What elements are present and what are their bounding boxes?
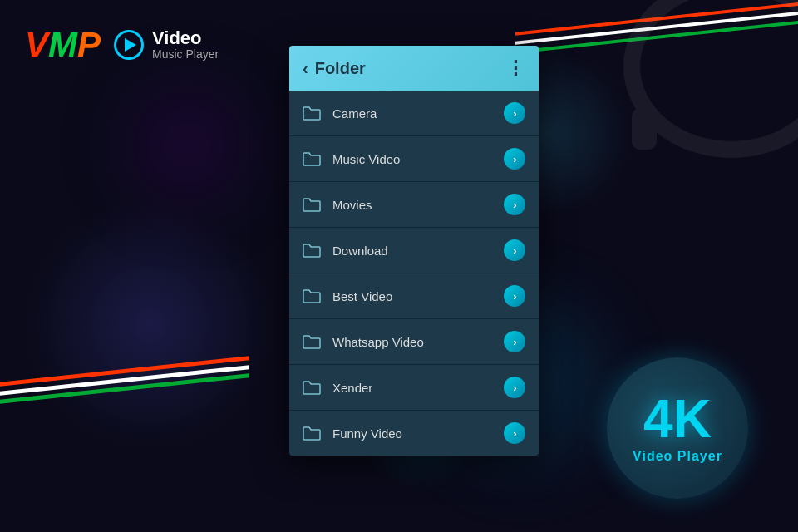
folder-name: Whatsapp Video: [332, 335, 424, 349]
panel-title: Folder: [315, 59, 366, 78]
folder-item-funny-video[interactable]: Funny Video ›: [289, 411, 539, 456]
app-logo: V M P Video Music Player: [25, 25, 219, 65]
folder-item-xender[interactable]: Xender ›: [289, 365, 539, 411]
folder-item-left: Xender: [303, 380, 372, 395]
play-triangle-icon: [125, 38, 136, 52]
chevron-right-icon: ›: [513, 427, 516, 440]
folder-icon: [303, 243, 321, 258]
folder-name: Funny Video: [332, 426, 402, 441]
chevron-right-icon: ›: [513, 107, 516, 120]
folder-item-best-video[interactable]: Best Video ›: [289, 273, 539, 319]
folder-icon: [303, 288, 321, 303]
folder-name: Music Video: [332, 152, 400, 166]
folder-item-download[interactable]: Download ›: [289, 228, 539, 273]
folder-item-whatsapp-video[interactable]: Whatsapp Video ›: [289, 319, 539, 365]
chevron-circle: ›: [504, 377, 525, 398]
folder-name: Best Video: [332, 289, 392, 303]
logo-p: P: [77, 25, 101, 65]
folder-name: Xender: [332, 381, 372, 395]
chevron-right-icon: ›: [513, 382, 516, 394]
folder-icon: [303, 380, 321, 395]
folder-item-left: Camera: [303, 106, 377, 121]
logo-play-icon: [114, 30, 144, 60]
folder-item-music-video[interactable]: Music Video ›: [289, 136, 539, 182]
back-button[interactable]: ‹: [303, 59, 308, 78]
folder-item-camera[interactable]: Camera ›: [289, 91, 539, 136]
logo-v: V: [25, 25, 48, 65]
chevron-circle: ›: [504, 194, 525, 215]
chevron-right-icon: ›: [513, 336, 516, 348]
chevron-circle: ›: [504, 102, 525, 124]
folder-item-left: Movies: [303, 197, 372, 212]
folder-name: Camera: [332, 106, 377, 121]
chevron-right-icon: ›: [513, 244, 516, 257]
folder-item-movies[interactable]: Movies ›: [289, 182, 539, 228]
logo-m: M: [48, 25, 77, 65]
folder-list: Camera › Music Video › Movies: [289, 91, 539, 456]
chevron-circle: ›: [504, 331, 525, 352]
logo-text-area: Video Music Player: [152, 28, 219, 62]
badge-4k-text: 4K: [643, 392, 712, 446]
folder-name: Movies: [332, 198, 372, 212]
folder-name: Download: [332, 244, 388, 258]
logo-vmp-letters: V M P: [25, 25, 101, 65]
more-options-button[interactable]: ⋮: [506, 57, 525, 79]
folder-icon: [303, 151, 321, 166]
folder-icon: [303, 426, 321, 441]
folder-item-left: Whatsapp Video: [303, 334, 424, 349]
chevron-circle: ›: [504, 148, 525, 170]
folder-item-left: Download: [303, 243, 388, 258]
folder-panel: ‹ Folder ⋮ Camera › Music Video: [289, 46, 539, 456]
panel-header: ‹ Folder ⋮: [289, 46, 539, 91]
svg-rect-1: [632, 108, 657, 150]
folder-item-left: Funny Video: [303, 426, 402, 441]
chevron-circle: ›: [504, 285, 525, 307]
folder-item-left: Best Video: [303, 288, 392, 303]
4k-badge: 4K Video Player: [607, 357, 748, 499]
folder-icon: [303, 334, 321, 349]
chevron-circle: ›: [504, 422, 525, 444]
logo-music-player-label: Music Player: [152, 48, 219, 61]
badge-video-player-text: Video Player: [633, 449, 722, 464]
chevron-right-icon: ›: [513, 153, 516, 165]
chevron-circle: ›: [504, 239, 525, 261]
chevron-right-icon: ›: [513, 290, 516, 303]
logo-video-label: Video: [152, 28, 219, 48]
folder-icon: [303, 197, 321, 212]
chevron-right-icon: ›: [513, 199, 516, 211]
panel-header-left: ‹ Folder: [303, 59, 366, 78]
folder-item-left: Music Video: [303, 151, 400, 166]
folder-icon: [303, 106, 321, 121]
